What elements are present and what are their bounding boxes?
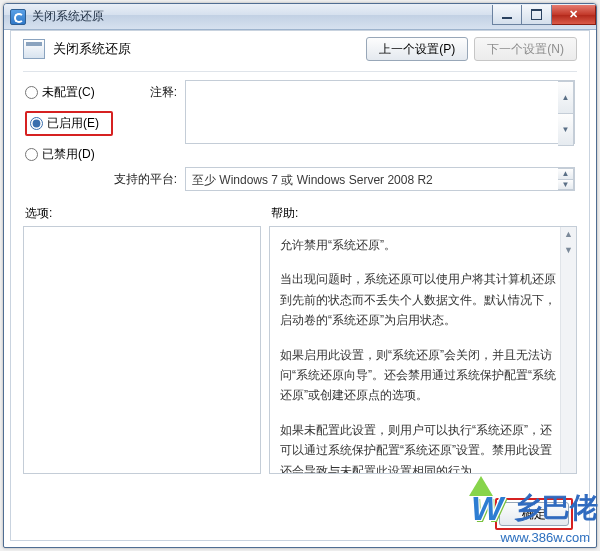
comment-spinner[interactable]: ▲ ▼ xyxy=(558,81,574,146)
dialog-window: 关闭系统还原 关闭系统还原 上一个设置(P) 下一个设置(N) xyxy=(3,3,597,548)
help-p4: 如果未配置此设置，则用户可以执行“系统还原”，还可以通过系统保护配置“系统还原”… xyxy=(280,420,558,474)
highlight-ok: 确定 xyxy=(495,498,573,530)
options-pane xyxy=(23,226,261,474)
radio-not-configured-label: 未配置(C) xyxy=(42,84,95,101)
titlebar: 关闭系统还原 xyxy=(4,4,596,30)
client-area: 关闭系统还原 上一个设置(P) 下一个设置(N) 未配置(C) xyxy=(10,30,590,541)
page-title: 关闭系统还原 xyxy=(53,40,131,58)
radio-enabled-input[interactable] xyxy=(30,117,43,130)
panes: 允许禁用“系统还原”。 当出现问题时，系统还原可以使用户将其计算机还原到先前的状… xyxy=(11,226,589,474)
next-setting-button: 下一个设置(N) xyxy=(474,37,577,61)
radio-not-configured[interactable]: 未配置(C) xyxy=(25,84,113,101)
previous-setting-button[interactable]: 上一个设置(P) xyxy=(366,37,468,61)
radio-disabled[interactable]: 已禁用(D) xyxy=(25,146,113,163)
panes-header: 选项: 帮助: xyxy=(11,195,589,226)
app-icon xyxy=(10,9,26,25)
chevron-up-icon[interactable]: ▲ xyxy=(558,168,574,180)
comment-label: 注释: xyxy=(113,80,185,101)
help-p2: 当出现问题时，系统还原可以使用户将其计算机还原到先前的状态而不丢失个人数据文件。… xyxy=(280,269,558,330)
scroll-down-icon[interactable]: ▼ xyxy=(561,243,576,259)
highlight-enabled: 已启用(E) xyxy=(25,111,113,136)
close-button[interactable] xyxy=(552,5,596,25)
chevron-down-icon[interactable]: ▼ xyxy=(558,180,574,191)
radio-not-configured-input[interactable] xyxy=(25,86,38,99)
help-pane: 允许禁用“系统还原”。 当出现问题时，系统还原可以使用户将其计算机还原到先前的状… xyxy=(269,226,577,474)
form-area: 未配置(C) 已启用(E) 已禁用(D) 注释: xyxy=(11,76,589,191)
divider xyxy=(23,71,577,72)
help-p1: 允许禁用“系统还原”。 xyxy=(280,235,558,255)
comment-input[interactable] xyxy=(185,80,575,144)
policy-icon xyxy=(23,39,45,59)
dialog-footer: 确定 xyxy=(495,498,573,530)
help-heading: 帮助: xyxy=(271,205,298,222)
supported-platform-value: 至少 Windows 7 或 Windows Server 2008 R2 xyxy=(185,167,575,191)
platform-label: 支持的平台: xyxy=(113,167,185,188)
window-title: 关闭系统还原 xyxy=(32,8,104,25)
window-controls xyxy=(492,8,596,25)
ok-button[interactable]: 确定 xyxy=(499,502,569,526)
radio-enabled[interactable]: 已启用(E) xyxy=(30,115,108,132)
radio-enabled-label: 已启用(E) xyxy=(47,115,99,132)
minimize-button[interactable] xyxy=(492,5,522,25)
help-p3: 如果启用此设置，则“系统还原”会关闭，并且无法访问“系统还原向导”。还会禁用通过… xyxy=(280,345,558,406)
scroll-up-icon[interactable]: ▲ xyxy=(561,227,576,243)
chevron-down-icon[interactable]: ▼ xyxy=(558,114,574,146)
radio-disabled-label: 已禁用(D) xyxy=(42,146,95,163)
help-scrollbar[interactable]: ▲ ▼ xyxy=(560,227,576,473)
maximize-button[interactable] xyxy=(522,5,552,25)
radio-disabled-input[interactable] xyxy=(25,148,38,161)
state-radio-group: 未配置(C) 已启用(E) 已禁用(D) xyxy=(25,80,113,163)
options-heading: 选项: xyxy=(25,205,271,222)
header-row: 关闭系统还原 上一个设置(P) 下一个设置(N) xyxy=(11,31,589,67)
chevron-up-icon[interactable]: ▲ xyxy=(558,81,574,114)
platform-spinner[interactable]: ▲ ▼ xyxy=(558,168,574,190)
